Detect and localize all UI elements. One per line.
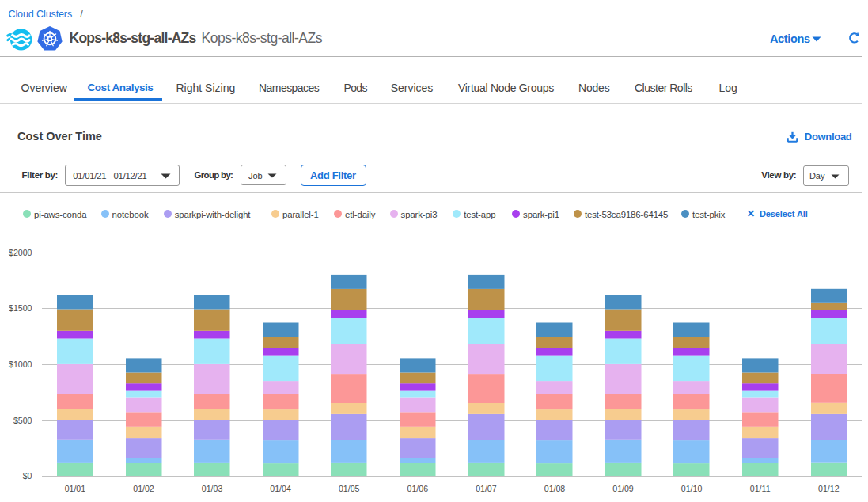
svg-text:01/11: 01/11 [750, 484, 771, 493]
svg-text:01/08: 01/08 [544, 484, 566, 493]
svg-text:$2000: $2000 [9, 248, 32, 257]
svg-text:$1000: $1000 [9, 359, 32, 369]
svg-text:01/12: 01/12 [818, 484, 840, 493]
svg-text:$500: $500 [13, 416, 32, 425]
svg-text:01/05: 01/05 [339, 484, 360, 493]
svg-text:01/07: 01/07 [476, 484, 497, 493]
svg-text:01/03: 01/03 [202, 484, 223, 493]
svg-text:01/09: 01/09 [612, 484, 634, 493]
svg-text:01/04: 01/04 [270, 484, 291, 493]
svg-text:$0: $0 [23, 471, 32, 481]
svg-text:$1500: $1500 [9, 303, 32, 313]
svg-text:01/06: 01/06 [407, 484, 429, 493]
svg-text:01/10: 01/10 [681, 484, 703, 493]
svg-text:01/01: 01/01 [65, 484, 86, 493]
svg-text:01/02: 01/02 [133, 484, 154, 493]
